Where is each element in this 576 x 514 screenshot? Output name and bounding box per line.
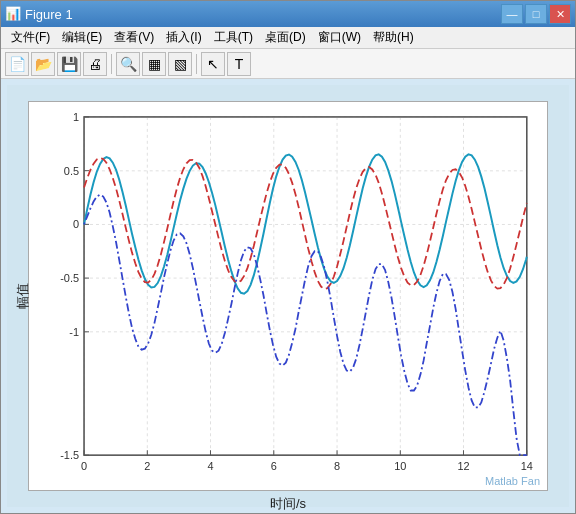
- window-controls: — □ ✕: [501, 4, 571, 24]
- toolbar-separator-2: [196, 54, 197, 74]
- menu-help[interactable]: 帮助(H): [367, 27, 420, 48]
- menu-edit[interactable]: 编辑(E): [56, 27, 108, 48]
- cursor-button[interactable]: ↖: [201, 52, 225, 76]
- svg-text:4: 4: [207, 460, 213, 472]
- new-button[interactable]: 📄: [5, 52, 29, 76]
- maximize-button[interactable]: □: [525, 4, 547, 24]
- toolbar-separator-1: [111, 54, 112, 74]
- main-window: 📊 Figure 1 — □ ✕ 文件(F) 编辑(E) 查看(V) 插入(I)…: [0, 0, 576, 514]
- y-axis-label: 幅值: [14, 283, 32, 309]
- menu-desktop[interactable]: 桌面(D): [259, 27, 312, 48]
- svg-text:-1: -1: [69, 326, 79, 338]
- svg-text:-1.5: -1.5: [60, 449, 79, 461]
- svg-text:6: 6: [271, 460, 277, 472]
- svg-text:14: 14: [521, 460, 533, 472]
- chart-container: 幅值 时间/s Matlab Fan: [28, 101, 548, 491]
- save-button[interactable]: 💾: [57, 52, 81, 76]
- menubar: 文件(F) 编辑(E) 查看(V) 插入(I) 工具(T) 桌面(D) 窗口(W…: [1, 27, 575, 49]
- menu-tools[interactable]: 工具(T): [208, 27, 259, 48]
- svg-text:12: 12: [457, 460, 469, 472]
- x-axis-label: 时间/s: [270, 495, 306, 513]
- svg-text:2: 2: [144, 460, 150, 472]
- svg-text:0: 0: [73, 218, 79, 230]
- toolbar: 📄 📂 💾 🖨 🔍 ▦ ▧ ↖ T: [1, 49, 575, 79]
- toggle-button[interactable]: ▦: [142, 52, 166, 76]
- menu-insert[interactable]: 插入(I): [160, 27, 207, 48]
- svg-text:10: 10: [394, 460, 406, 472]
- close-button[interactable]: ✕: [549, 4, 571, 24]
- titlebar: 📊 Figure 1 — □ ✕: [1, 1, 575, 27]
- window-icon: 📊: [5, 6, 21, 22]
- svg-text:0: 0: [81, 460, 87, 472]
- menu-view[interactable]: 查看(V): [108, 27, 160, 48]
- svg-text:8: 8: [334, 460, 340, 472]
- zoom-button[interactable]: 🔍: [116, 52, 140, 76]
- print-button[interactable]: 🖨: [83, 52, 107, 76]
- menu-window[interactable]: 窗口(W): [312, 27, 367, 48]
- minimize-button[interactable]: —: [501, 4, 523, 24]
- window-title: Figure 1: [25, 7, 501, 22]
- svg-text:1: 1: [73, 111, 79, 123]
- watermark: Matlab Fan: [485, 475, 540, 487]
- svg-text:0.5: 0.5: [64, 165, 79, 177]
- plot-svg: 1 0.5 0 -0.5 -1 -1.5: [28, 101, 548, 491]
- menu-file[interactable]: 文件(F): [5, 27, 56, 48]
- figure-box: 幅值 时间/s Matlab Fan: [7, 85, 569, 507]
- plot-area: 幅值 时间/s Matlab Fan: [1, 79, 575, 513]
- svg-text:-0.5: -0.5: [60, 272, 79, 284]
- toggle2-button[interactable]: ▧: [168, 52, 192, 76]
- open-button[interactable]: 📂: [31, 52, 55, 76]
- text-button[interactable]: T: [227, 52, 251, 76]
